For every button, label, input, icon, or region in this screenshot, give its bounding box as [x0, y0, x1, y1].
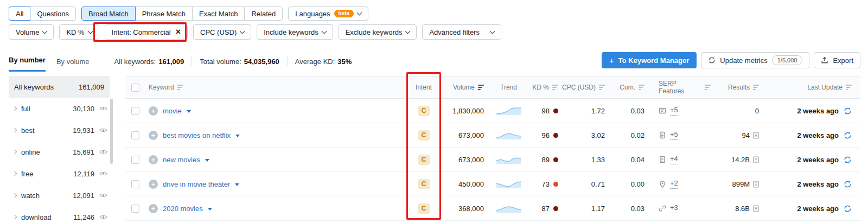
serp-features-more[interactable]: +4 [670, 155, 678, 164]
intent-filter-chip[interactable]: Intent: Commercial × [105, 24, 188, 40]
chevron-down-icon[interactable] [235, 135, 240, 137]
select-all-checkbox[interactable] [131, 84, 139, 92]
volume-filter-dropdown[interactable]: Volume [9, 24, 54, 40]
tab-questions[interactable]: Questions [30, 7, 76, 21]
intent-badge-commercial[interactable]: C [418, 155, 430, 165]
chevron-down-icon[interactable] [208, 208, 212, 211]
languages-dropdown[interactable]: Languages beta [288, 7, 368, 21]
tab-related[interactable]: Related [244, 7, 283, 21]
eye-icon[interactable] [99, 171, 107, 176]
tab-by-volume[interactable]: By volume [56, 58, 90, 72]
cpc-column-header[interactable]: CPC (USD) [562, 84, 596, 91]
intent-badge-commercial[interactable]: C [418, 203, 430, 214]
kd-value: 73 [542, 180, 550, 188]
sidebar-item-best[interactable]: best 19,931 [9, 119, 110, 141]
sort-icon[interactable] [639, 85, 644, 90]
tab-phrase-match[interactable]: Phrase Match [135, 7, 193, 21]
advanced-filters-dropdown[interactable]: Advanced filters [422, 24, 501, 40]
sidebar-item-full[interactable]: full 30,130 [9, 98, 110, 119]
row-checkbox[interactable] [131, 180, 139, 188]
eye-icon[interactable] [99, 106, 107, 111]
intent-column-header[interactable]: Intent [416, 84, 432, 91]
chevron-down-icon[interactable] [235, 183, 239, 186]
keyword-link[interactable]: new movies [163, 156, 200, 164]
chevron-down-icon[interactable] [187, 110, 191, 113]
refresh-icon[interactable] [844, 205, 852, 213]
refresh-icon[interactable] [844, 156, 852, 164]
sidebar-item-online[interactable]: online 15,691 [9, 141, 110, 163]
refresh-icon[interactable] [844, 107, 852, 115]
include-keywords-dropdown[interactable]: Include keywords [257, 24, 333, 40]
last-update-column-header[interactable]: Last Update [807, 84, 843, 91]
match-type-tabs: All Questions Broad Match Phrase Match E… [9, 7, 368, 21]
chevron-right-icon [12, 150, 17, 154]
tab-all[interactable]: All [9, 7, 30, 21]
export-button[interactable]: Export [814, 52, 860, 68]
tab-exact-match[interactable]: Exact Match [192, 7, 245, 21]
sidebar-item-watch[interactable]: watch 12,091 [9, 184, 110, 206]
keyword-link[interactable]: drive in movie theater [163, 180, 230, 188]
exclude-keywords-dropdown[interactable]: Exclude keywords [339, 24, 417, 40]
row-checkbox[interactable] [131, 131, 139, 139]
serp-features-more[interactable]: +2 [670, 179, 678, 188]
intent-badge-commercial[interactable]: C [418, 130, 430, 141]
keyword-link[interactable]: 2020 movies [163, 205, 203, 213]
add-keyword-icon[interactable]: + [149, 180, 158, 189]
sidebar-item-count: 12,119 [73, 170, 94, 178]
chevron-down-icon [321, 28, 327, 34]
trend-sparkline [488, 204, 529, 213]
close-icon[interactable]: × [176, 28, 181, 36]
serp-features-more[interactable]: +5 [670, 106, 678, 115]
eye-icon[interactable] [99, 128, 107, 133]
chevron-down-icon[interactable] [205, 159, 209, 162]
sidebar-all-keywords[interactable]: All keywords 161,009 [9, 76, 110, 98]
sort-icon[interactable] [705, 85, 711, 90]
row-checkbox[interactable] [131, 205, 139, 213]
refresh-icon[interactable] [844, 131, 852, 139]
add-keyword-icon[interactable]: + [149, 131, 158, 140]
eye-icon[interactable] [99, 149, 107, 155]
tab-by-number[interactable]: By number [9, 56, 46, 72]
last-update-value: 2 weeks ago [797, 156, 839, 164]
cpc-filter-dropdown[interactable]: CPC (USD) [193, 24, 251, 40]
all-questions-group: All Questions [9, 7, 76, 21]
sort-icon[interactable] [478, 85, 484, 90]
sidebar-scrollbar[interactable] [110, 99, 113, 164]
refresh-icon[interactable] [844, 180, 852, 188]
sidebar-item-download[interactable]: download 11,246 [9, 206, 110, 223]
tab-broad-match[interactable]: Broad Match [81, 7, 136, 21]
sort-icon[interactable] [177, 85, 183, 90]
competition-value: 0.03 [610, 205, 651, 213]
keyword-link[interactable]: movie [163, 107, 182, 115]
trend-sparkline [488, 106, 529, 115]
update-metrics-button[interactable]: Update metrics 1/5,000 [701, 52, 809, 68]
sort-icon[interactable] [552, 85, 558, 90]
to-keyword-manager-button[interactable]: + To Keyword Manager [602, 52, 697, 68]
serp-features-more[interactable]: +5 [670, 130, 678, 139]
eye-icon[interactable] [99, 193, 107, 198]
row-checkbox[interactable] [131, 156, 139, 164]
serp-features-more[interactable]: +3 [670, 203, 678, 213]
competition-column-header[interactable]: Com. [620, 84, 635, 91]
row-checkbox[interactable] [131, 107, 139, 115]
add-keyword-icon[interactable]: + [149, 204, 158, 213]
volume-column-header[interactable]: Volume [453, 84, 475, 91]
kd-filter-dropdown[interactable]: KD % [59, 24, 99, 40]
keyword-link[interactable]: best movies on netflix [163, 131, 231, 139]
intent-badge-commercial[interactable]: C [418, 106, 430, 116]
eye-icon[interactable] [99, 214, 107, 220]
kd-column-header[interactable]: KD % [532, 84, 549, 91]
add-keyword-icon[interactable]: + [149, 155, 158, 164]
kd-difficulty-dot [553, 133, 558, 138]
serp-features-column-header[interactable]: SERP Features [659, 80, 701, 95]
trend-sparkline [488, 155, 529, 164]
keyword-column-header[interactable]: Keyword [149, 84, 174, 91]
sort-icon[interactable] [599, 85, 605, 90]
results-column-header[interactable]: Results [728, 84, 750, 91]
stat-value: 161,009 [158, 58, 184, 66]
sidebar-item-free[interactable]: free 12,119 [9, 163, 110, 184]
intent-badge-commercial[interactable]: C [418, 179, 430, 189]
add-keyword-icon[interactable]: + [149, 106, 158, 116]
sort-icon[interactable] [846, 85, 852, 90]
sort-icon[interactable] [753, 85, 759, 90]
